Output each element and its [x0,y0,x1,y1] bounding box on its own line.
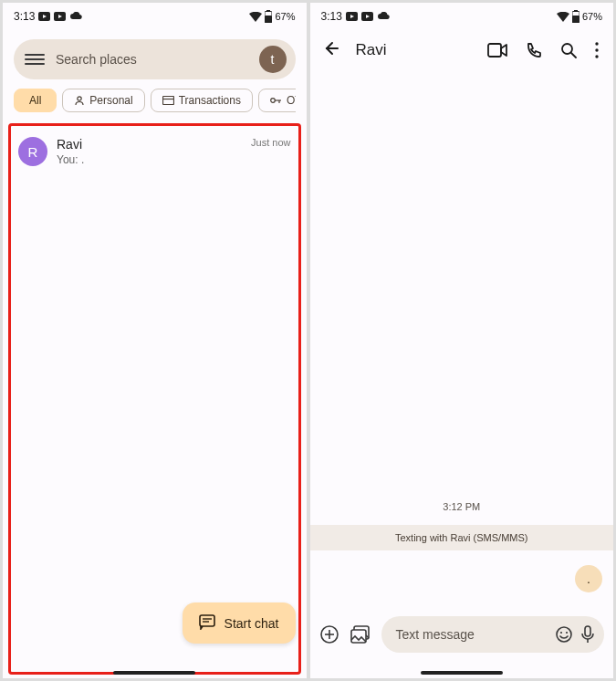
battery-pct: 67% [582,11,602,22]
svg-point-25 [595,55,598,58]
search-bar[interactable]: Search places t [14,39,296,79]
chip-personal[interactable]: Personal [62,89,144,112]
message-timestamp: 3:12 PM [310,501,614,512]
status-bar: 3:13 67% [3,3,307,28]
key-icon [270,96,282,105]
videocall-icon[interactable] [487,43,507,58]
svg-point-21 [562,44,572,54]
message-time: Just now [251,137,290,148]
call-icon[interactable] [526,42,542,58]
back-icon[interactable] [321,39,339,61]
svg-rect-6 [162,97,173,105]
wifi-icon [557,12,569,22]
start-chat-button[interactable]: Start chat [183,602,296,644]
nav-handle[interactable] [113,671,195,675]
message-preview: You: . [57,153,84,166]
svg-point-5 [78,97,81,100]
contact-name: Ravi [57,137,84,152]
battery-icon [572,10,579,23]
filter-chip-row: All Personal Transactions OTPs [14,89,296,112]
chat-header: Ravi [310,28,614,72]
status-time: 3:13 [321,10,342,23]
sms-banner: Texting with Ravi (SMS/MMS) [310,525,614,550]
youtube-icon [346,12,358,21]
search-icon[interactable] [560,42,577,58]
youtube-icon [361,12,373,21]
profile-avatar[interactable]: t [259,46,287,73]
svg-rect-11 [200,615,214,626]
contact-avatar: R [18,137,47,166]
youtube-icon [54,12,66,21]
search-placeholder: Search places [56,52,259,67]
more-icon[interactable] [595,42,599,58]
svg-point-23 [595,42,598,45]
svg-rect-34 [585,626,590,636]
chip-transactions[interactable]: Transactions [151,89,253,112]
emoji-icon[interactable] [555,625,573,644]
svg-rect-18 [572,16,579,23]
cloud-icon [69,12,82,21]
svg-rect-4 [265,16,272,23]
nav-handle[interactable] [421,671,503,675]
wifi-icon [249,12,262,22]
chat-body: 3:12 PM Texting with Ravi (SMS/MMS) . [310,72,614,611]
card-icon [162,96,174,105]
conversation-list: R Ravi You: . Just now [8,123,301,675]
phone-right: 3:13 67% Ravi [310,3,614,678]
svg-point-24 [595,48,598,51]
phone-left: 3:13 67% Search places t A [3,3,307,678]
compose-placeholder: Text message [396,627,548,642]
chat-icon [199,613,215,633]
sent-message-bubble[interactable]: . [575,565,602,592]
mic-icon[interactable] [580,625,595,644]
status-time: 3:13 [14,10,35,23]
svg-point-8 [271,99,276,103]
battery-pct: 67% [275,11,295,22]
svg-point-31 [557,627,571,642]
cloud-icon [377,12,390,21]
gallery-icon[interactable] [350,624,371,644]
svg-point-32 [560,632,562,634]
menu-icon[interactable] [25,49,45,69]
person-icon [74,95,85,106]
add-icon[interactable] [319,624,339,644]
youtube-icon [38,12,50,21]
chip-all[interactable]: All [14,89,57,112]
chat-title: Ravi [356,41,472,59]
svg-line-22 [571,53,576,58]
battery-icon [265,10,272,23]
start-chat-label: Start chat [224,616,279,631]
svg-rect-20 [488,44,501,57]
chip-otps[interactable]: OTPs [258,89,296,112]
conversation-item[interactable]: R Ravi You: . Just now [15,131,295,172]
status-bar: 3:13 67% [310,3,614,28]
compose-input[interactable]: Text message [381,616,605,653]
svg-point-33 [566,632,568,634]
composer-row: Text message [310,611,614,678]
